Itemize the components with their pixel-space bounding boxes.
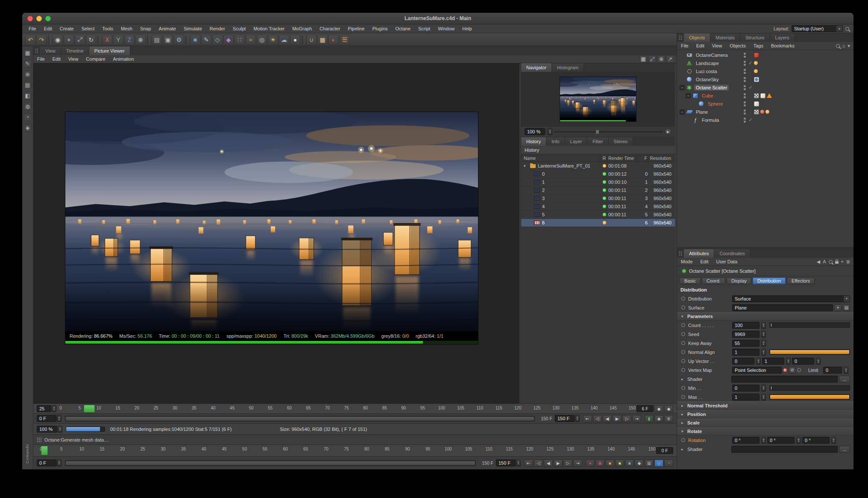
tree-collapse-icon[interactable]: − bbox=[686, 93, 691, 98]
object-row-sphere[interactable]: Sphere bbox=[677, 100, 853, 108]
object-row-octane-scatter[interactable]: −Octane Scatter✓ bbox=[677, 83, 853, 91]
section-tab-basic[interactable]: Basic bbox=[680, 277, 701, 284]
keep-away-field[interactable]: 55 bbox=[732, 340, 760, 347]
add-deformer-icon[interactable]: ◆ bbox=[223, 35, 234, 45]
info-palette-icon[interactable]: ◍ bbox=[24, 103, 32, 110]
visibility-dots[interactable] bbox=[742, 101, 747, 106]
navigator-options-button[interactable]: ▶ bbox=[665, 128, 672, 135]
viewer-end-frame-stepper[interactable]: ▲▼ bbox=[575, 415, 580, 422]
take-palette-icon[interactable]: ◔ bbox=[24, 113, 32, 121]
next-frame-button[interactable]: ▷ bbox=[563, 460, 572, 467]
add-material-icon[interactable]: ● bbox=[290, 35, 300, 45]
visibility-dots[interactable] bbox=[742, 85, 747, 90]
anim-dot[interactable] bbox=[681, 395, 685, 399]
min-field[interactable]: 0 bbox=[732, 385, 760, 392]
text-mode-icon[interactable]: A bbox=[823, 259, 826, 264]
object-row-octanesky[interactable]: OctaneSky bbox=[677, 75, 853, 83]
maximize-button[interactable] bbox=[45, 16, 51, 21]
menu-mesh[interactable]: Mesh bbox=[117, 24, 136, 33]
visibility-dots[interactable] bbox=[742, 77, 747, 82]
rotate-shader-field[interactable] bbox=[731, 446, 838, 453]
add-generator-icon[interactable]: ◇ bbox=[212, 35, 223, 45]
up-vector-x-field[interactable]: 0 bbox=[732, 358, 754, 365]
asset-palette-icon[interactable]: ◈ bbox=[24, 124, 32, 132]
object-row-formula[interactable]: Formula✓ bbox=[677, 116, 853, 124]
autokeying-button[interactable]: ◉ bbox=[595, 460, 604, 467]
up-vector-z-stepper[interactable]: ▲▼ bbox=[816, 358, 821, 365]
parameters-section[interactable]: ▾ Parameters bbox=[677, 312, 853, 321]
menu-simulate[interactable]: Simulate bbox=[180, 24, 206, 33]
shader-field[interactable] bbox=[731, 376, 838, 383]
viewer-current-frame-field[interactable]: 0 F bbox=[37, 415, 56, 422]
keyframe-position-button[interactable]: ■ bbox=[605, 460, 614, 467]
panel-grip[interactable] bbox=[679, 35, 682, 41]
main-range-scrollbar[interactable] bbox=[65, 460, 476, 466]
zoom-slider-handle[interactable] bbox=[595, 130, 599, 134]
panel-grip[interactable] bbox=[35, 48, 38, 54]
menu-script[interactable]: Script bbox=[414, 24, 434, 33]
rotation-b-field[interactable]: 0 ° bbox=[802, 437, 830, 444]
section-tab-display[interactable]: Display bbox=[727, 277, 751, 284]
keyframe-scale-button[interactable]: ■ bbox=[615, 460, 624, 467]
om-menu-view[interactable]: View bbox=[708, 42, 726, 50]
tree-collapse-icon[interactable]: − bbox=[680, 109, 685, 115]
detach-view-icon[interactable]: ↗ bbox=[666, 55, 674, 63]
scale-section[interactable]: ▸ Scale bbox=[677, 418, 853, 427]
menu-tools[interactable]: Tools bbox=[98, 24, 117, 33]
keyframe-button[interactable]: ◆ bbox=[654, 415, 663, 422]
anim-dot[interactable] bbox=[797, 368, 801, 372]
om-home-icon[interactable]: ⌂ bbox=[842, 43, 845, 48]
titlebar[interactable]: LanterneSuMare.c4d - Main bbox=[22, 13, 853, 24]
dot-orange[interactable] bbox=[765, 110, 769, 114]
attr-menu-icon[interactable]: ≣ bbox=[846, 259, 850, 265]
tab-navigator[interactable]: Navigator bbox=[521, 63, 552, 72]
menu-help[interactable]: Help bbox=[458, 24, 476, 33]
goto-end-button[interactable]: ⇥ bbox=[632, 415, 641, 422]
keyframe-parameter-button[interactable]: ◆ bbox=[635, 460, 644, 467]
main-current-frame-field[interactable]: 0 F bbox=[37, 460, 56, 466]
panel-grip[interactable] bbox=[679, 251, 682, 256]
texture-tag[interactable] bbox=[754, 93, 759, 98]
navigator-preview[interactable] bbox=[521, 72, 675, 127]
lock-icon[interactable] bbox=[835, 261, 839, 264]
close-button[interactable] bbox=[27, 16, 33, 21]
history-row[interactable]: 300:00:113960x540 bbox=[521, 194, 675, 203]
history-row[interactable]: 200:00:112960x540 bbox=[521, 186, 675, 194]
octane-live-viewer-icon[interactable]: ◐ bbox=[328, 35, 339, 45]
menu-sculpt[interactable]: Sculpt bbox=[229, 24, 250, 33]
redo-icon[interactable]: ↷ bbox=[36, 35, 47, 45]
tab-coordinates[interactable]: Coordinates bbox=[714, 249, 750, 258]
dot-orange[interactable] bbox=[754, 69, 758, 73]
anim-dot[interactable] bbox=[681, 386, 685, 390]
snap-icon[interactable]: ∪ bbox=[306, 35, 317, 45]
main-range-handle[interactable] bbox=[66, 461, 475, 465]
normal-align-slider[interactable] bbox=[769, 349, 850, 355]
vertex-map-field[interactable]: Point Selection bbox=[732, 367, 782, 374]
viewer-menu-compare[interactable]: Compare bbox=[82, 55, 109, 63]
play-button[interactable]: ▶ bbox=[613, 415, 622, 422]
menu-create[interactable]: Create bbox=[56, 24, 78, 33]
expand-icon[interactable]: ▸ bbox=[681, 377, 686, 381]
render-picture-viewer-icon[interactable]: ▣ bbox=[163, 35, 173, 45]
coordinate-system-icon[interactable]: ⊕ bbox=[135, 35, 146, 45]
main-timeline-ruler[interactable]: 0510152025303540455055606570758085909510… bbox=[41, 445, 652, 456]
material-tag[interactable] bbox=[754, 101, 759, 106]
viewer-menu-view[interactable]: View bbox=[65, 55, 82, 63]
live-selection-icon[interactable]: ◉ bbox=[53, 35, 63, 45]
menu-plugins[interactable]: Plugins bbox=[368, 24, 391, 33]
anim-dot[interactable] bbox=[681, 323, 685, 327]
warning-tag[interactable] bbox=[767, 93, 772, 98]
anim-dot[interactable] bbox=[681, 359, 685, 363]
undo-icon[interactable]: ↶ bbox=[25, 35, 35, 45]
expand-icon[interactable]: ▸ bbox=[681, 447, 686, 451]
viewer-current-frame-stepper[interactable]: ▲▼ bbox=[57, 415, 62, 422]
object-row-octanecamera[interactable]: OctaneCamera bbox=[677, 51, 853, 59]
workplane-icon[interactable]: ▦ bbox=[317, 35, 328, 45]
viewer-menu-file[interactable]: File bbox=[33, 55, 49, 63]
menu-render[interactable]: Render bbox=[206, 24, 229, 33]
pv-zoom-field[interactable]: 100 % bbox=[37, 426, 57, 433]
fps-field[interactable]: 25 bbox=[37, 405, 51, 412]
keyframe-rotation-button[interactable]: ■ bbox=[625, 460, 634, 467]
normal-align-stepper[interactable]: ▲▼ bbox=[761, 349, 766, 356]
anim-dot[interactable] bbox=[681, 306, 685, 309]
